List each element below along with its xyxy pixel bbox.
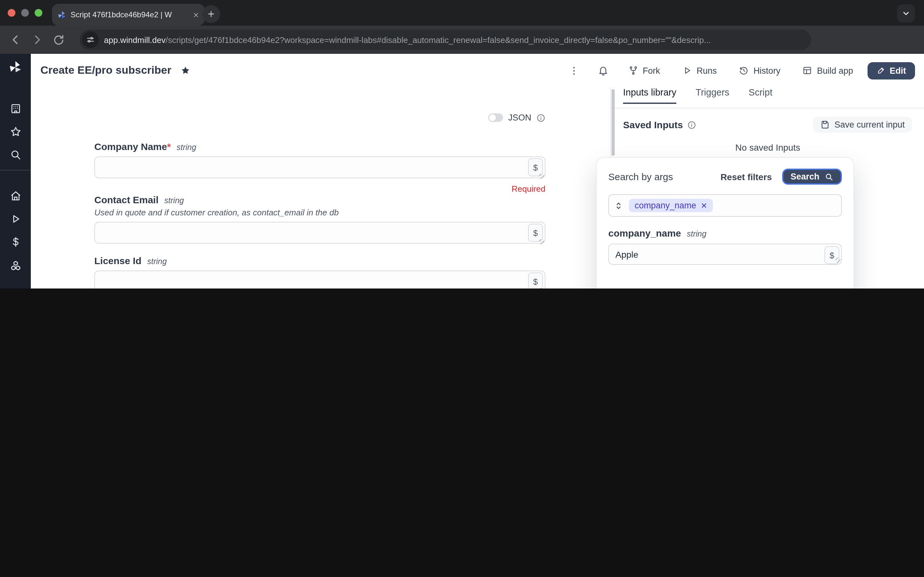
no-saved-inputs-text: No saved Inputs [611,142,924,153]
field-label: Company Name* [94,141,171,152]
sort-chevrons-icon [614,201,623,210]
app-sidebar [0,54,31,288]
star-icon [9,125,21,137]
chip-remove-icon[interactable]: ✕ [701,201,707,210]
sidebar-item-favorites[interactable] [0,123,31,140]
forward-icon[interactable] [31,33,44,46]
page-title: Create EE/pro subscriber [40,64,171,77]
more-kebab-icon[interactable] [568,65,579,76]
chip-label: company_name [635,201,696,210]
filter-chip-company-name[interactable]: company_name ✕ [629,199,713,212]
field-label: Contact Email [94,194,158,205]
home-icon [9,189,21,201]
sidebar-item-runs[interactable] [0,210,31,227]
search-icon [825,172,834,181]
favorite-star-icon[interactable] [180,65,191,76]
build-app-label: Build app [817,66,853,75]
resize-handle[interactable] [539,288,544,288]
sidebar-item-home[interactable] [0,187,31,204]
search-button[interactable]: Search [782,169,842,185]
popup-title: Search by args [608,171,673,182]
windmill-logo[interactable] [0,59,31,76]
field-license-id: License Idstring $ [94,255,545,288]
popup-header: Search by args Reset filters Search [608,169,842,185]
save-current-input-button[interactable]: Save current input [813,117,912,133]
url-path: /scripts/get/476f1bdce46b94e2?workspace=… [166,35,711,45]
resize-handle[interactable] [835,258,841,263]
sidebar-item-variables[interactable] [0,234,31,250]
notifications-bell-icon[interactable] [597,65,609,76]
pencil-icon [876,66,885,75]
field-type: string [176,143,196,152]
runs-button[interactable]: Runs [682,65,717,76]
sidebar-item-resources[interactable] [0,257,31,274]
sidebar-item-search[interactable] [0,146,31,163]
saved-inputs-title: Saved Inputs [623,119,696,130]
tab-title: Script 476f1bdce46b94e2 | W [71,10,189,19]
company-name-filter-input[interactable] [608,243,842,265]
app-header: Create EE/pro subscriber Fork Runs Histo… [31,54,924,88]
layout-grid-icon [802,65,813,76]
json-toggle-label: JSON [508,113,531,122]
save-current-input-label: Save current input [835,120,905,129]
play-icon [9,213,21,225]
history-button[interactable]: History [738,65,780,76]
runs-label: Runs [696,66,717,75]
site-controls-icon[interactable] [82,31,99,48]
field-description: Used in quote and if customer creation, … [94,208,545,218]
license-id-input[interactable] [94,271,545,288]
tab-triggers[interactable]: Triggers [696,87,729,103]
edit-button[interactable]: Edit [867,62,915,79]
play-icon [682,65,692,76]
field-company-name: Company Name*string $ Required [94,141,545,193]
required-error: Required [94,184,545,193]
fork-label: Fork [643,66,660,75]
company-name-input[interactable] [94,156,545,178]
new-tab-button[interactable]: + [202,5,220,23]
traffic-light-zoom[interactable] [35,9,42,17]
insert-variable-button[interactable]: $ [528,272,543,288]
args-filter-select[interactable]: company_name ✕ [608,194,842,217]
tab-search-button[interactable] [897,5,915,23]
url-bar[interactable]: app.windmill.dev/scripts/get/476f1bdce46… [79,29,811,50]
fork-button[interactable]: Fork [628,65,660,76]
json-toggle[interactable] [488,113,503,122]
field-label: company_name [608,227,681,239]
back-icon[interactable] [9,33,22,46]
history-label: History [753,66,780,75]
new-tab-glyph: + [208,7,214,21]
fork-icon [628,65,638,76]
build-app-button[interactable]: Build app [802,65,853,76]
sidebar-item-workspace[interactable] [0,100,31,117]
reset-filters-link[interactable]: Reset filters [720,171,772,182]
field-label: License Id [94,255,142,266]
field-contact-email: Contact Emailstring Used in quote and if… [94,194,545,246]
tab-inputs-library[interactable]: Inputs library [623,87,676,104]
screen: Script 476f1bdce46b94e2 | W + app.windmi… [0,0,924,288]
script-run-form: JSON Company Name*string $ Required Cont… [94,87,545,288]
cube-icon [9,259,21,271]
edit-label: Edit [890,66,906,75]
resize-handle[interactable] [539,239,544,244]
info-icon [688,120,696,129]
traffic-light-close[interactable] [8,9,15,17]
json-toggle-row: JSON [94,113,545,122]
saved-inputs-row: Saved Inputs Save current input [623,117,912,133]
search-button-label: Search [790,172,819,181]
tab-script[interactable]: Script [748,87,772,103]
resize-handle[interactable] [539,174,544,179]
contact-email-input[interactable] [94,222,545,243]
browser-tab-strip: Script 476f1bdce46b94e2 | W + [0,0,924,26]
reload-icon[interactable] [53,34,65,46]
clock-history-icon [738,65,749,76]
chevron-down-icon [901,9,911,18]
tab-close-icon[interactable] [192,11,200,18]
url-text: app.windmill.dev/scripts/get/476f1bdce46… [104,35,711,45]
traffic-light-minimize[interactable] [21,9,29,17]
browser-tab[interactable]: Script 476f1bdce46b94e2 | W [52,4,205,26]
field-type: string [687,229,706,239]
building-icon [9,102,21,114]
field-type: string [147,257,167,266]
popup-field-company-name: company_namestring $ [608,227,842,265]
search-by-args-popup: Search by args Reset filters Search comp… [596,157,854,288]
